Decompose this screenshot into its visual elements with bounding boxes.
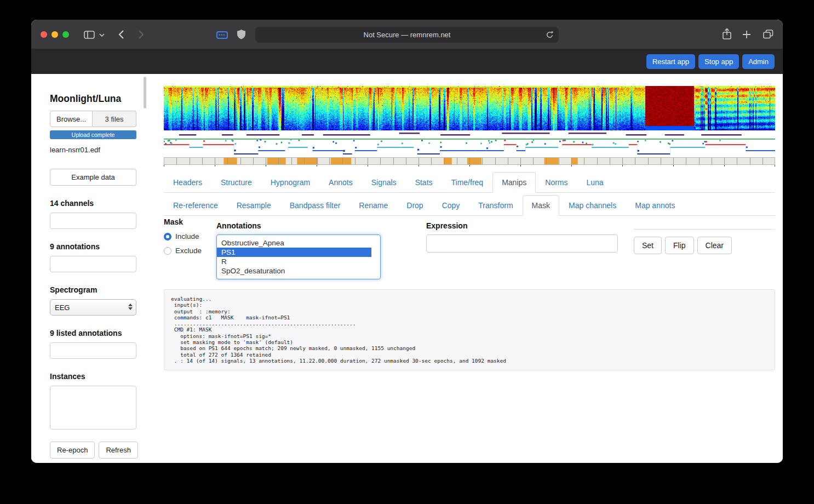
include-radio[interactable] bbox=[164, 233, 171, 240]
expression-column: Expression bbox=[426, 221, 618, 279]
action-buttons: Set Flip Clear bbox=[634, 237, 775, 254]
mask-mode-column: Mask Include Exclude bbox=[164, 217, 216, 279]
tab-manips[interactable]: Manips bbox=[492, 172, 536, 193]
spectrogram-channel-select[interactable]: EEG bbox=[50, 299, 136, 316]
sidebar-toggle-icon[interactable] bbox=[84, 31, 95, 39]
app-title: Moonlight/Luna bbox=[50, 93, 148, 105]
address-bar[interactable]: Not Secure — remnrem.net bbox=[255, 27, 559, 43]
tab-headers[interactable]: Headers bbox=[164, 172, 211, 193]
subtab-drop[interactable]: Drop bbox=[397, 195, 432, 216]
refresh-button[interactable]: Refresh bbox=[99, 442, 138, 459]
tab-norms[interactable]: Norms bbox=[536, 172, 577, 193]
listbox-option[interactable]: Obstructive_Apnea bbox=[217, 238, 380, 248]
listed-annotations-input[interactable] bbox=[50, 342, 136, 359]
subtab-map-annots[interactable]: Map annots bbox=[626, 195, 684, 216]
refresh-icon[interactable] bbox=[546, 31, 554, 39]
console-text: evaluating... input(s): output : :memory… bbox=[171, 296, 768, 364]
listbox-option-selected[interactable]: PS1 bbox=[217, 248, 371, 257]
tab-overview-icon[interactable] bbox=[763, 30, 773, 39]
close-window-button[interactable] bbox=[41, 31, 47, 38]
tab-timefreq[interactable]: Time/freq bbox=[442, 172, 493, 193]
include-radio-label: Include bbox=[175, 232, 199, 240]
file-input-group: Browse... 3 files bbox=[50, 111, 136, 127]
chevron-down-icon[interactable] bbox=[99, 33, 105, 37]
stop-app-button[interactable]: Stop app bbox=[698, 54, 739, 69]
subtab-copy[interactable]: Copy bbox=[433, 195, 469, 216]
subtab-mask[interactable]: Mask bbox=[523, 195, 559, 216]
page-content: Moonlight/Luna Browse... 3 files Upload … bbox=[31, 74, 783, 463]
annotations-label: 9 annotations bbox=[50, 242, 148, 251]
annotations-column: Annotations Obstructive_Apnea PS1 R SpO2… bbox=[216, 221, 381, 279]
tab-luna[interactable]: Luna bbox=[577, 172, 613, 193]
actions-column: Set Flip Clear bbox=[634, 221, 775, 279]
desktop: ••• Not Secure — remnrem.net bbox=[0, 0, 814, 504]
subtab-transform[interactable]: Transform bbox=[469, 195, 522, 216]
admin-button[interactable]: Admin bbox=[742, 54, 775, 69]
shield-icon[interactable] bbox=[237, 30, 245, 39]
restart-app-button[interactable]: Restart app bbox=[646, 54, 695, 69]
set-button[interactable]: Set bbox=[634, 237, 662, 254]
include-radio-row[interactable]: Include bbox=[164, 232, 216, 240]
back-icon[interactable] bbox=[118, 30, 124, 39]
tab-annots[interactable]: Annots bbox=[319, 172, 362, 193]
manips-subtabs: Re-reference Resample Bandpass filter Re… bbox=[164, 195, 775, 216]
annotations-listbox[interactable]: Obstructive_Apnea PS1 R SpO2_desaturatio… bbox=[216, 234, 381, 279]
instances-textarea[interactable] bbox=[50, 386, 136, 429]
main-panel: Headers Structure Hypnogram Annots Signa… bbox=[148, 74, 783, 463]
channels-label: 14 channels bbox=[50, 199, 148, 208]
zoom-window-button[interactable] bbox=[62, 31, 69, 38]
tab-signals[interactable]: Signals bbox=[362, 172, 406, 193]
tab-group-icon[interactable]: ••• bbox=[216, 31, 228, 39]
browser-window: ••• Not Secure — remnrem.net bbox=[31, 20, 783, 463]
traffic-lights bbox=[41, 31, 69, 38]
upload-progress-bar: Upload complete bbox=[50, 130, 136, 139]
instances-label: Instances bbox=[50, 372, 148, 381]
expression-input[interactable] bbox=[426, 234, 618, 253]
example-data-button[interactable]: Example data bbox=[50, 169, 136, 186]
subtab-resample[interactable]: Resample bbox=[227, 195, 280, 216]
spectrogram-label: Spectrogram bbox=[50, 285, 148, 294]
tab-hypnogram[interactable]: Hypnogram bbox=[261, 172, 319, 193]
subtab-rereference[interactable]: Re-reference bbox=[164, 195, 227, 216]
sidebar-scrollbar[interactable] bbox=[144, 77, 146, 108]
browser-toolbar: ••• Not Secure — remnrem.net bbox=[31, 20, 783, 49]
exclude-radio[interactable] bbox=[164, 247, 171, 255]
subtab-rename[interactable]: Rename bbox=[349, 195, 397, 216]
sidebar: Moonlight/Luna Browse... 3 files Upload … bbox=[31, 74, 148, 463]
subtab-bandpass[interactable]: Bandpass filter bbox=[280, 195, 350, 216]
actions-divider bbox=[634, 229, 775, 230]
tab-stats[interactable]: Stats bbox=[406, 172, 442, 193]
console-output: evaluating... input(s): output : :memory… bbox=[164, 289, 775, 370]
flip-button[interactable]: Flip bbox=[665, 237, 694, 254]
mask-label: Mask bbox=[164, 217, 216, 226]
forward-icon[interactable] bbox=[138, 30, 144, 39]
annotations-input[interactable] bbox=[50, 256, 136, 272]
url-text: Not Secure — remnrem.net bbox=[364, 31, 451, 39]
app-header: Restart app Stop app Admin bbox=[31, 49, 783, 74]
spectrogram-hypnogram-plot bbox=[164, 86, 775, 167]
share-icon[interactable] bbox=[722, 28, 732, 40]
sidebar-buttons: Re-epoch Refresh bbox=[50, 442, 148, 459]
main-tabs: Headers Structure Hypnogram Annots Signa… bbox=[164, 172, 775, 193]
file-count-field: 3 files bbox=[93, 111, 136, 127]
channels-input[interactable] bbox=[50, 213, 136, 229]
annotations-list-label: Annotations bbox=[216, 221, 381, 230]
listbox-option[interactable]: R bbox=[217, 257, 380, 266]
minimize-window-button[interactable] bbox=[51, 31, 58, 38]
exclude-radio-label: Exclude bbox=[175, 247, 202, 255]
new-tab-icon[interactable] bbox=[742, 30, 751, 39]
mask-controls: Mask Include Exclude Annotations bbox=[164, 221, 775, 279]
clear-button[interactable]: Clear bbox=[697, 237, 732, 254]
subtab-map-channels[interactable]: Map channels bbox=[559, 195, 626, 216]
reepoch-button[interactable]: Re-epoch bbox=[50, 442, 95, 459]
loaded-file-name: learn-nsrr01.edf bbox=[50, 146, 148, 154]
select-stepper-icon bbox=[128, 303, 133, 310]
exclude-radio-row[interactable]: Exclude bbox=[164, 247, 216, 255]
listbox-option[interactable]: SpO2_desaturation bbox=[217, 266, 380, 276]
spectrogram-channel-value: EEG bbox=[55, 303, 70, 312]
browse-button[interactable]: Browse... bbox=[50, 111, 93, 127]
listed-annotations-label: 9 listed annotations bbox=[50, 329, 148, 337]
tab-structure[interactable]: Structure bbox=[211, 172, 261, 193]
expression-label: Expression bbox=[426, 221, 618, 230]
